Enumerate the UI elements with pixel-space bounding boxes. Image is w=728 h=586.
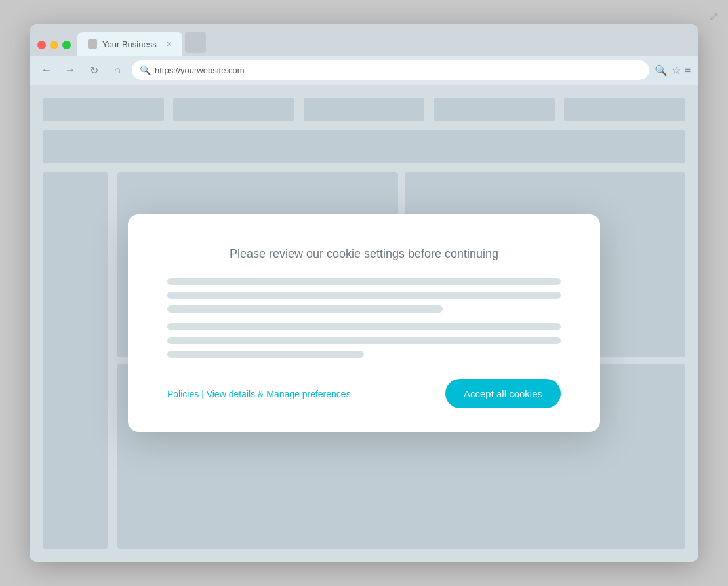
nav-icons-right: 🔍 ☆ ≡ [655, 64, 691, 77]
refresh-button[interactable]: ↻ [85, 61, 103, 79]
nav-bar: ← → ↻ ⌂ 🔍 https://yourwebsite.com 🔍 ☆ ≡ [30, 56, 698, 85]
star-icon[interactable]: ☆ [672, 64, 681, 77]
minimize-button[interactable] [50, 41, 58, 49]
new-tab-button[interactable] [185, 32, 206, 53]
policies-link[interactable]: Policies | View details & Manage prefere… [167, 389, 351, 399]
cookie-modal: Please review our cookie settings before… [128, 214, 600, 432]
tab-close-icon[interactable]: × [167, 39, 172, 49]
browser-window: Your Business × ⤢ ← → ↻ ⌂ 🔍 https://your… [30, 24, 698, 562]
back-button[interactable]: ← [37, 61, 56, 79]
maximize-button[interactable] [62, 41, 71, 49]
modal-body-text [167, 278, 561, 358]
tab-title: Your Business [102, 39, 157, 49]
text-line-3 [167, 305, 443, 313]
text-line-6 [167, 351, 364, 358]
text-line-2 [167, 292, 561, 299]
accept-cookies-button[interactable]: Accept all cookies [445, 379, 561, 408]
close-button[interactable] [37, 41, 46, 49]
search-nav-icon[interactable]: 🔍 [655, 64, 668, 77]
page-content: Please review our cookie settings before… [30, 85, 698, 562]
address-bar[interactable]: 🔍 https://yourwebsite.com [132, 60, 649, 80]
text-line-1 [167, 278, 561, 285]
window-controls [37, 41, 71, 49]
modal-title: Please review our cookie settings before… [167, 246, 561, 262]
title-bar: Your Business × ⤢ [30, 24, 698, 56]
modal-footer: Policies | View details & Manage prefere… [167, 379, 561, 408]
home-button[interactable]: ⌂ [108, 61, 127, 79]
text-line-5 [167, 337, 561, 344]
search-icon: 🔍 [140, 65, 151, 75]
url-text: https://yourwebsite.com [155, 66, 641, 75]
text-line-4 [167, 323, 561, 330]
menu-icon[interactable]: ≡ [685, 64, 691, 76]
forward-button[interactable]: → [61, 61, 79, 79]
browser-tab-active[interactable]: Your Business × [77, 32, 182, 56]
tab-favicon-icon [88, 39, 97, 49]
